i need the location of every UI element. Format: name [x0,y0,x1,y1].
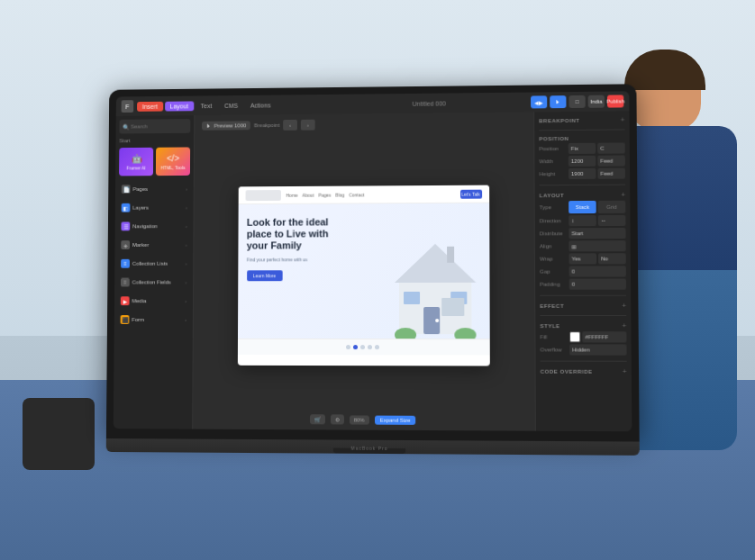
distribute-val[interactable]: Start [569,228,625,239]
sidebar-item-pages[interactable]: 📄 Pages › [119,181,190,197]
position-val1[interactable]: Fix [569,143,596,154]
dot-1 [346,345,350,349]
height-val[interactable]: 1900 [569,168,596,179]
layout-section-label: Layout [540,193,565,198]
canvas-toolbar-left: ⏵ Preview 1000 Breakpoint ‹ › [202,120,315,131]
publish-btn[interactable]: Publish [607,95,623,107]
dot-4 [368,345,372,349]
nav-link-about: About [302,192,314,197]
tab-layout[interactable]: Layout [165,101,194,111]
india-btn[interactable]: India [588,95,605,108]
play-icon: ⏵ [206,123,212,129]
search-box[interactable]: 🔍 Search [119,119,190,133]
direction-h[interactable]: ↔ [598,215,626,226]
grid-btn[interactable]: Grid [598,201,626,213]
app-logo[interactable]: F [122,100,134,113]
framer-ai-card[interactable]: 🤖 Framer AI [119,148,153,176]
breakpoint-next[interactable]: › [301,120,315,131]
tab-text[interactable]: Text [196,101,217,111]
wrap-no[interactable]: No [598,253,626,264]
position-section-label: Position [539,136,569,141]
fill-color-swatch[interactable] [569,331,580,342]
chevron-icon-5: › [186,261,187,266]
form-icon: ⬛ [121,315,130,324]
direction-v[interactable]: ↕ [569,215,596,226]
direction-row: Direction ↕ ↔ [540,215,626,227]
preview-controls-btn[interactable]: ◀▶ [531,95,547,108]
type-label: Type [540,204,567,210]
website-preview: Home About Pages Blog Contact Let's Talk [237,185,489,366]
play-btn[interactable]: ⏵ [550,95,566,108]
dot-5 [375,345,379,349]
width-val[interactable]: 1200 [569,156,596,167]
sidebar-item-form[interactable]: ⬛ Form › [118,312,189,328]
preview-nav-links: Home About Pages Blog Contact [286,191,454,197]
zoom-level[interactable]: 80% [350,415,369,424]
tab-cms[interactable]: CMS [219,100,243,110]
wrap-label: Wrap [540,256,567,261]
align-val[interactable]: ⊞ [569,240,625,251]
tab-actions[interactable]: Actions [245,100,276,110]
nav-link-home: Home [286,192,297,197]
expand-size-btn[interactable]: Expand Size [375,415,416,424]
hero-heading: Look for the ideal place to Live with yo… [247,216,372,252]
nav-cta-btn[interactable]: Let's Talk [459,189,481,198]
marker-icon: ◈ [121,240,130,249]
position-val2[interactable]: C [597,142,625,153]
width-row: Width 1200 Feed [539,155,624,167]
preview-dots [237,339,489,355]
sidebar-item-collection-fields[interactable]: ≡ Collection Fields › [118,274,189,290]
settings-btn[interactable]: ⚙ [331,414,344,424]
laptop-screen: F Insert Layout Text CMS Actions Untitle… [114,91,632,431]
overflow-val[interactable]: Hidden [569,344,626,355]
canvas-bottom-controls: 🛒 ⚙ 80% Expand Size [310,414,416,425]
height-row: Height 1900 Feed [540,168,625,180]
style-add-btn[interactable]: + [622,321,626,330]
breakpoint-add-btn[interactable]: + [621,115,625,123]
padding-val[interactable]: 0 [569,278,626,289]
canvas-area: ⏵ Preview 1000 Breakpoint ‹ › [193,112,535,430]
code-override-label: Code Override [541,368,593,374]
width-unit[interactable]: Feed [597,155,625,166]
layout-section: Layout + Type Stack Grid Direction [540,191,626,290]
breakpoint-section-label: Breakpoint [539,117,579,122]
direction-label: Direction [540,218,567,223]
distribute-row: Distribute Start [540,228,626,239]
svg-point-3 [435,319,439,322]
macbook-label: MacBook Pro [350,446,387,451]
align-row: Align ⊞ [540,240,626,251]
nav-link-blog: Blog [335,192,344,197]
cart-btn[interactable]: 🛒 [310,414,325,424]
dot-2 [353,345,358,349]
sidebar-item-media[interactable]: ▶ Media › [118,293,189,309]
preview-button[interactable]: ⏵ Preview 1000 [202,121,250,130]
tab-insert[interactable]: Insert [137,101,163,111]
svg-marker-1 [394,244,475,283]
hero-cta-btn[interactable]: Learn More [247,270,283,281]
sidebar-item-collection-lists[interactable]: ≡ Collection Lists › [118,256,189,272]
layout-add-btn[interactable]: + [621,191,625,199]
screen-btn[interactable]: □ [569,95,585,108]
sidebar-item-navigation[interactable]: ☰ Navigation › [119,218,190,234]
sidebar-item-layers[interactable]: ◧ Layers › [119,199,190,215]
stack-btn[interactable]: Stack [569,201,596,213]
sidebar-item-marker[interactable]: ◈ Marker › [118,237,189,253]
breakpoint-prev[interactable]: ‹ [283,120,297,131]
nav-link-contact: Contact [349,192,364,197]
height-unit[interactable]: Feed [597,168,625,179]
align-label: Align [540,243,567,248]
layers-icon: ◧ [122,203,131,212]
canvas-toolbar: ⏵ Preview 1000 Breakpoint ‹ › [195,117,533,131]
effect-add-btn[interactable]: + [622,302,626,310]
code-override-add-btn[interactable]: + [623,367,627,375]
laptop-bezel: F Insert Layout Text CMS Actions Untitle… [106,84,640,438]
divider-4 [540,315,626,316]
chevron-icon-2: › [186,204,187,210]
gap-val[interactable]: 0 [569,266,626,276]
wrap-yes[interactable]: Yes [569,253,596,264]
fill-hex[interactable]: #FFFFFF [582,331,626,342]
heading-line3: your Family [247,240,302,251]
html-tools-card[interactable]: </> HTML, Tools [156,147,190,176]
laptop: F Insert Layout Text CMS Actions Untitle… [106,84,659,476]
height-field-label: Height [540,171,567,176]
